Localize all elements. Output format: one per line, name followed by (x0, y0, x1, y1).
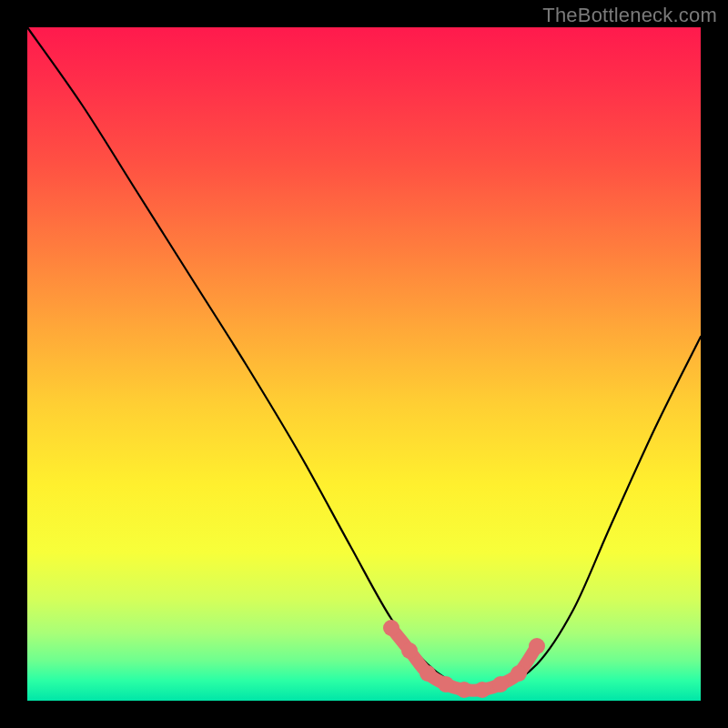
watermark-text: TheBottleneck.com (542, 4, 717, 27)
valley-dot (474, 682, 490, 698)
curve-svg (27, 27, 701, 701)
valley-dot (511, 665, 527, 682)
valley-marker-group (383, 620, 545, 698)
valley-dot (438, 676, 454, 693)
plot-area (27, 27, 701, 701)
valley-dot (401, 642, 418, 659)
bottleneck-curve-path (27, 27, 701, 690)
valley-dot (420, 665, 436, 682)
valley-dot (456, 682, 472, 698)
valley-dot (383, 620, 399, 636)
chart-frame: TheBottleneck.com (0, 0, 728, 728)
valley-dot (492, 676, 509, 693)
valley-stroke (391, 628, 537, 691)
valley-dot (529, 638, 545, 654)
